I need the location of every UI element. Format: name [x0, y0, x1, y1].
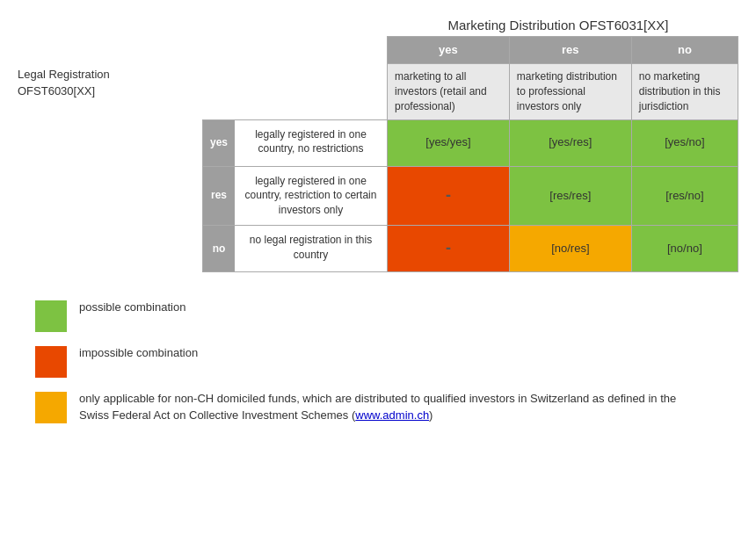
legend-item-0: possible combination — [35, 299, 738, 332]
col-tag-no: no — [631, 37, 738, 64]
row-tag-yes: yes — [203, 120, 235, 166]
col-tag-yes: yes — [388, 37, 510, 64]
col-desc-no: no marketing distribution in this jurisd… — [631, 64, 738, 119]
matrix-wrapper: Legal Registration OFST6030[XX] yes res … — [18, 36, 738, 272]
col-tag-header-row: yes res no — [203, 37, 738, 64]
row-desc-no: no legal registration in this country — [235, 226, 387, 271]
col-desc-header-row: marketing to all investors (retail and p… — [203, 64, 738, 119]
page-title: Marketing Distribution OFST6031[XX] — [448, 18, 669, 33]
row-label-no: nono legal registration in this country — [203, 225, 388, 271]
cell-yes-no: [yes/no] — [631, 119, 738, 166]
table-row: nono legal registration in this country-… — [203, 225, 738, 271]
legend-link[interactable]: www.admin.ch — [355, 408, 429, 422]
cell-no-no: [no/no] — [631, 225, 738, 271]
page-container: Marketing Distribution OFST6031[XX] Lega… — [18, 18, 738, 424]
legend-area: possible combinationimpossible combinati… — [18, 299, 738, 424]
right-table-area: yes res no marketing to all investors (r… — [202, 36, 738, 272]
legend-color-box-2 — [35, 392, 67, 423]
col-desc-res: marketing distribution to professional i… — [509, 64, 631, 119]
matrix-table: yes res no marketing to all investors (r… — [202, 36, 738, 272]
legend-text-2: only applicable for non-CH domiciled fun… — [79, 390, 677, 424]
row-desc-res: legally registered in one country, restr… — [235, 167, 387, 225]
cell-res-res: [res/res] — [509, 166, 631, 225]
legend-item-2: only applicable for non-CH domiciled fun… — [35, 390, 738, 424]
cell-no-yes: - — [388, 225, 510, 271]
legend-item-1: impossible combination — [35, 344, 738, 378]
legend-color-box-0 — [35, 300, 67, 332]
row-axis-label: Legal Registration OFST6030[XX] — [18, 66, 110, 100]
left-label-area: Legal Registration OFST6030[XX] — [18, 36, 202, 129]
table-row: yeslegally registered in one country, no… — [203, 119, 738, 166]
col-desc-yes: marketing to all investors (retail and p… — [388, 64, 510, 119]
legend-text-0: possible combination — [79, 299, 185, 316]
cell-no-res: [no/res] — [509, 225, 631, 271]
legend-color-box-1 — [35, 346, 67, 378]
row-desc-yes: legally registered in one country, no re… — [235, 120, 387, 166]
row-tag-res: res — [203, 167, 235, 225]
cell-res-yes: - — [388, 166, 510, 225]
legend-text-1: impossible combination — [79, 344, 198, 362]
row-label-res: reslegally registered in one country, re… — [203, 166, 388, 225]
cell-yes-res: [yes/res] — [509, 119, 631, 166]
col-tag-res: res — [509, 37, 631, 64]
row-tag-no: no — [203, 226, 235, 271]
row-label-yes: yeslegally registered in one country, no… — [203, 119, 388, 166]
cell-res-no: [res/no] — [631, 166, 738, 225]
cell-yes-yes: [yes/yes] — [388, 119, 510, 166]
table-row: reslegally registered in one country, re… — [203, 166, 738, 225]
